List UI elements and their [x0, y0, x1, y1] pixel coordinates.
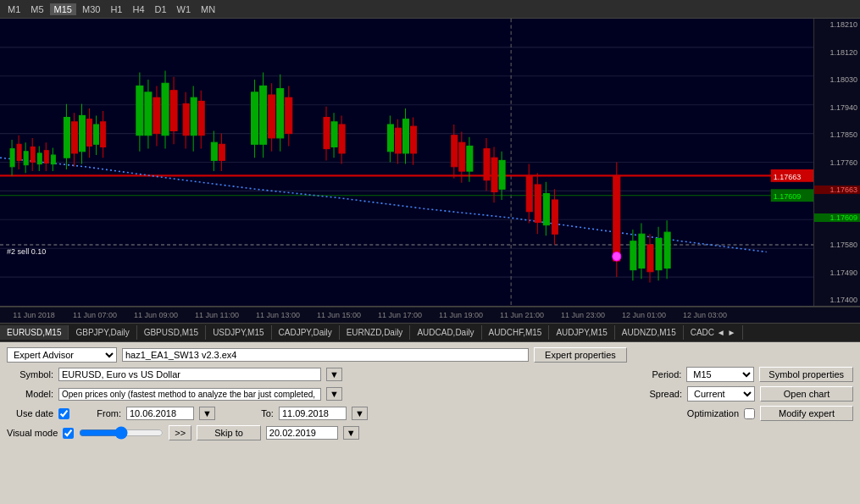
visual-mode-row: Visual mode >> Skip to ▼	[7, 425, 853, 440]
time-9: 11 Jun 23:00	[552, 311, 613, 319]
skip-to-date-input[interactable]	[266, 426, 338, 440]
svg-rect-42	[71, 122, 77, 153]
time-5: 11 Jun 15:00	[308, 311, 369, 319]
tab-eurusd-m15[interactable]: EURUSD,M15	[0, 325, 69, 340]
to-date-picker[interactable]: ▼	[352, 407, 368, 420]
tab-audchf-m15[interactable]: AUDCHF,M15	[482, 325, 550, 340]
date-row: Use date From: ▼ To: ▼ Optimization Modi…	[7, 406, 853, 421]
svg-rect-66	[162, 83, 169, 135]
time-1: 11 Jun 07:00	[64, 311, 125, 319]
svg-rect-117	[402, 119, 408, 153]
tf-m5[interactable]: M5	[26, 3, 47, 15]
svg-rect-60	[145, 92, 152, 136]
time-8: 11 Jun 21:00	[491, 311, 552, 319]
symbol-properties-button[interactable]: Symbol properties	[759, 367, 853, 382]
svg-rect-93	[269, 95, 275, 138]
tf-m30[interactable]: M30	[78, 3, 104, 15]
price-1.17850: 1.17850	[814, 130, 860, 139]
tab-eurnzd-daily[interactable]: EURNZD,Daily	[340, 325, 411, 340]
svg-text:1.17609: 1.17609	[774, 192, 802, 201]
tf-h1[interactable]: H1	[106, 3, 126, 15]
svg-rect-27	[31, 147, 35, 162]
speed-slider[interactable]	[79, 426, 164, 440]
svg-rect-144	[535, 185, 541, 222]
expert-properties-button[interactable]: Expert properties	[534, 347, 627, 363]
model-input[interactable]	[58, 388, 321, 401]
price-scale: 1.18210 1.18120 1.18030 1.17940 1.17850 …	[813, 19, 860, 306]
tab-audjpy-m15[interactable]: AUDJPY,M15	[549, 325, 614, 340]
to-date-input[interactable]	[279, 407, 347, 420]
fast-forward-button[interactable]: >>	[169, 425, 191, 440]
tf-w1[interactable]: W1	[173, 3, 196, 15]
optimization-checkbox[interactable]	[744, 408, 755, 419]
model-dropdown-btn[interactable]: ▼	[326, 387, 342, 401]
svg-rect-141	[526, 175, 532, 211]
time-4: 11 Jun 13:00	[247, 311, 308, 319]
tab-usdjpy-m15[interactable]: USDJPY,M15	[206, 325, 271, 340]
svg-rect-45	[79, 115, 85, 151]
svg-rect-102	[324, 118, 330, 149]
svg-rect-123	[452, 136, 458, 167]
svg-point-171	[613, 252, 621, 261]
tf-d1[interactable]: D1	[151, 3, 171, 15]
svg-rect-78	[198, 101, 204, 135]
symbol-input[interactable]	[58, 368, 321, 381]
visual-mode-label: Visual mode	[7, 428, 58, 438]
timeframe-toolbar: M1 M5 M15 M30 H1 H4 D1 W1 MN	[0, 0, 860, 19]
from-label: From:	[75, 408, 121, 418]
svg-rect-90	[260, 86, 267, 144]
price-1.17940: 1.17940	[814, 103, 860, 112]
tab-gbpusd-m15[interactable]: GBPUSD,M15	[137, 325, 206, 340]
svg-rect-48	[87, 119, 92, 147]
price-1.17490: 1.17490	[814, 269, 860, 277]
svg-rect-132	[484, 149, 490, 180]
spread-select[interactable]: Current23510	[687, 386, 755, 402]
tf-m1[interactable]: M1	[3, 3, 25, 15]
svg-rect-36	[51, 155, 55, 164]
svg-rect-33	[44, 151, 48, 163]
symbol-tab-bar: EURUSD,M15 GBPJPY,Daily GBPUSD,M15 USDJP…	[0, 324, 860, 342]
spread-label: Spread:	[635, 389, 682, 399]
skip-to-date-picker[interactable]: ▼	[343, 426, 359, 440]
svg-text:1.17663: 1.17663	[774, 172, 802, 180]
svg-rect-165	[656, 239, 662, 270]
price-1.18210: 1.18210	[814, 20, 860, 29]
modify-expert-button[interactable]: Modify expert	[760, 406, 853, 421]
period-select[interactable]: M15M1M5M30H1H4D1	[686, 367, 754, 382]
skip-to-button[interactable]: Skip to	[197, 425, 261, 440]
svg-rect-135	[491, 158, 497, 191]
tf-mn[interactable]: MN	[197, 3, 219, 15]
open-chart-button[interactable]: Open chart	[760, 386, 853, 402]
svg-rect-72	[183, 104, 189, 136]
tf-h4[interactable]: H4	[128, 3, 148, 15]
use-date-checkbox[interactable]	[58, 408, 69, 419]
tf-m15[interactable]: M15	[50, 3, 76, 15]
svg-rect-159	[639, 234, 645, 268]
ea-file-input[interactable]	[122, 348, 529, 362]
tab-audnzd-m15[interactable]: AUDNZD,M15	[615, 325, 684, 340]
svg-rect-126	[459, 142, 465, 171]
to-label: To:	[227, 408, 274, 418]
svg-rect-57	[136, 86, 143, 135]
tab-audcad-daily[interactable]: AUDCAD,Daily	[410, 325, 481, 340]
price-1.17400: 1.17400	[814, 296, 860, 304]
tab-cadjpy-daily[interactable]: CADJPY,Daily	[272, 325, 340, 340]
svg-rect-120	[411, 126, 417, 153]
svg-rect-150	[552, 200, 558, 234]
time-6: 11 Jun 17:00	[369, 311, 430, 319]
tab-gbpjpy-daily[interactable]: GBPJPY,Daily	[69, 325, 136, 340]
expert-advisor-select[interactable]: Expert Advisor	[7, 347, 117, 363]
visual-mode-checkbox[interactable]	[63, 428, 74, 439]
svg-rect-24	[24, 152, 28, 165]
svg-rect-105	[331, 122, 337, 147]
from-date-picker[interactable]: ▼	[199, 407, 215, 420]
tab-cadc[interactable]: CADC ◄ ►	[684, 325, 744, 340]
svg-rect-87	[252, 92, 258, 144]
svg-rect-51	[94, 125, 99, 144]
svg-rect-18	[10, 149, 14, 167]
symbol-dropdown-btn[interactable]: ▼	[326, 368, 342, 381]
strategy-tester-panel: Expert Advisor Expert properties Symbol:…	[0, 342, 860, 504]
svg-rect-111	[387, 125, 393, 152]
price-1.18030: 1.18030	[814, 75, 860, 84]
from-date-input[interactable]	[126, 407, 194, 420]
